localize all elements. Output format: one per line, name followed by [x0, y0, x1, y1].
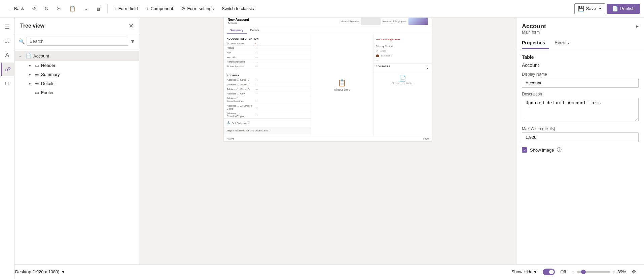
form-row-street1: Address 1: Street 1 ---	[224, 78, 311, 82]
footer-save: Save	[423, 137, 429, 140]
zoom-bar: − + 39% ✥	[571, 269, 636, 275]
main-area: ☰ ☷ A ☍ □ Tree view ✕ 🔍 ▼ ⌄ 📄 Account ►	[0, 17, 644, 264]
form-row-zip: Address 1: ZIP/Postal Code ---	[224, 104, 311, 111]
no-data-icon: 📄	[399, 75, 406, 82]
address-section: ADDRESS	[224, 73, 311, 78]
delete-button[interactable]: 🗑	[93, 4, 105, 13]
layers-icon-button[interactable]: ☍	[1, 63, 14, 76]
right-panel: Account Main form ▸ Properties Events Ta…	[516, 17, 644, 264]
street3-label: Address 1: Street 3	[227, 88, 253, 91]
tab-summary[interactable]: Summary	[227, 27, 247, 34]
tree-item-details[interactable]: ► ☷ Details	[15, 79, 139, 88]
switch-classic-button[interactable]: Switch to classic	[218, 4, 257, 13]
rp-show-image-row: ✓ Show image ⓘ	[522, 147, 639, 153]
form-row-parent: Parent Account ---	[224, 59, 311, 64]
tree-item-summary[interactable]: ► ☷ Summary	[15, 70, 139, 79]
form-row-street2: Address 1: Street 2 ---	[224, 82, 311, 87]
account-info-section: ACCOUNT INFORMATION	[224, 36, 311, 41]
preview-col3: Error loading control Primary Contact ✉ …	[373, 34, 432, 135]
zoom-plus-button[interactable]: +	[612, 269, 615, 275]
zip-label: Address 1: ZIP/Postal Code	[227, 104, 253, 110]
cut-button[interactable]: ✂	[53, 4, 65, 14]
fit-screen-button[interactable]: ✥	[632, 269, 636, 275]
form-settings-button[interactable]: ⚙ Form settings	[178, 4, 217, 14]
component-icon-button[interactable]: □	[1, 77, 14, 90]
tree-item-account[interactable]: ⌄ 📄 Account	[15, 51, 139, 61]
desktop-dropdown-icon: ▼	[62, 270, 65, 274]
plus-icon: +	[114, 6, 117, 11]
zoom-minus-button[interactable]: −	[571, 269, 574, 275]
tree-item-footer[interactable]: ▭ Footer	[15, 88, 139, 97]
copy-button[interactable]: 📋	[66, 4, 79, 14]
fax-label: Fax	[227, 51, 253, 54]
ticker-label: Ticker Symbol	[227, 65, 253, 68]
annual-revenue-label: Annual Revenue	[341, 20, 359, 23]
directions-icon: ⚓	[227, 121, 230, 124]
show-hidden-toggle[interactable]	[543, 269, 555, 275]
plus-icon2: +	[146, 6, 149, 11]
phone-label: Phone	[227, 46, 253, 49]
error-loading: Error loading control	[373, 36, 432, 43]
city-label: Address 1: City	[227, 92, 253, 95]
summary-icon: ☷	[35, 72, 39, 77]
grid-icon-button[interactable]: ☷	[1, 34, 14, 48]
zoom-slider[interactable]	[577, 271, 610, 273]
sidebar-header: Tree view ✕	[15, 17, 139, 33]
copy-icon: 📋	[69, 6, 76, 12]
search-input[interactable]	[27, 37, 128, 46]
rp-description-input[interactable]: Updated default Account form.	[522, 98, 639, 121]
undo-button[interactable]: ↺	[29, 4, 40, 14]
primary-contact-section: Primary Contact ✉ Email 💼 Business ---	[373, 43, 432, 64]
info-icon[interactable]: ⓘ	[557, 147, 562, 153]
rp-tab-events[interactable]: Events	[554, 37, 573, 49]
preview-header: New Account Account Annual Revenue Numbe…	[224, 17, 432, 27]
delete-icon: 🗑	[96, 6, 101, 11]
filter-button[interactable]: ▼	[130, 39, 135, 44]
map-disabled: Map is disabled for this organization.	[224, 127, 311, 134]
back-button[interactable]: ← Back	[4, 4, 27, 13]
zoom-value: 39%	[617, 269, 630, 274]
account-name-label: Account Name	[227, 42, 253, 45]
preview-charts: Annual Revenue Number of Employees	[341, 17, 428, 25]
almost-there-block: 📋 Almost there	[334, 79, 350, 91]
tab-details[interactable]: Details	[247, 27, 262, 34]
form-row-account-name: Account Name * ...	[224, 41, 311, 46]
desktop-selector[interactable]: 🖼 Desktop (1920 x 1080) ▼	[8, 269, 65, 275]
save-button[interactable]: 💾 Save ▼	[574, 3, 606, 14]
rp-tabs: Properties Events	[516, 37, 644, 49]
timeline-icon: 📋	[334, 79, 350, 87]
email-icon: ✉	[376, 49, 378, 52]
expand-arrow-details: ►	[28, 82, 33, 85]
no-data-block: 📄 No data available.	[373, 70, 432, 90]
tree-item-header[interactable]: ► ▭ Header	[15, 61, 139, 70]
bottom-bar: 🖼 Desktop (1920 x 1080) ▼ Show Hidden Of…	[0, 264, 644, 279]
footer-icon: ▭	[35, 90, 39, 95]
redo-button[interactable]: ↻	[41, 4, 52, 14]
rp-tab-properties[interactable]: Properties	[522, 37, 549, 49]
rp-max-width-input[interactable]	[522, 132, 639, 142]
hamburger-button[interactable]: ☰	[1, 20, 14, 34]
contacts-expand-icon[interactable]: ⋮	[426, 65, 429, 69]
rp-show-image-checkbox[interactable]: ✓	[522, 147, 527, 153]
dropdown-button[interactable]: ⌄	[80, 4, 92, 14]
add-component-button[interactable]: + Component	[142, 4, 176, 13]
street1-label: Address 1: Street 1	[227, 78, 253, 81]
rp-display-name-input[interactable]	[522, 78, 639, 88]
add-form-field-button[interactable]: + Form field	[110, 4, 141, 13]
expand-arrow-summary: ►	[28, 73, 33, 76]
text-icon-button[interactable]: A	[1, 48, 14, 62]
header-icon: ▭	[35, 63, 39, 68]
almost-there-text: Almost there	[334, 88, 350, 91]
form-row-fax: Fax ---	[224, 50, 311, 55]
details-label: Details	[41, 81, 55, 86]
divider1	[107, 4, 108, 13]
sidebar-close-button[interactable]: ✕	[129, 22, 134, 30]
preview-subtitle: Account	[228, 22, 249, 25]
form-row-ticker: Ticker Symbol ---	[224, 64, 311, 69]
expand-arrow-header: ►	[28, 64, 33, 67]
publish-button[interactable]: 📄 Publish	[607, 4, 640, 14]
rp-body: Table Account Display Name Description U…	[516, 49, 644, 264]
rp-expand-button[interactable]: ▸	[636, 23, 639, 29]
chevron-down-icon: ⌄	[84, 6, 88, 12]
form-row-street3: Address 1: Street 3 ---	[224, 87, 311, 91]
